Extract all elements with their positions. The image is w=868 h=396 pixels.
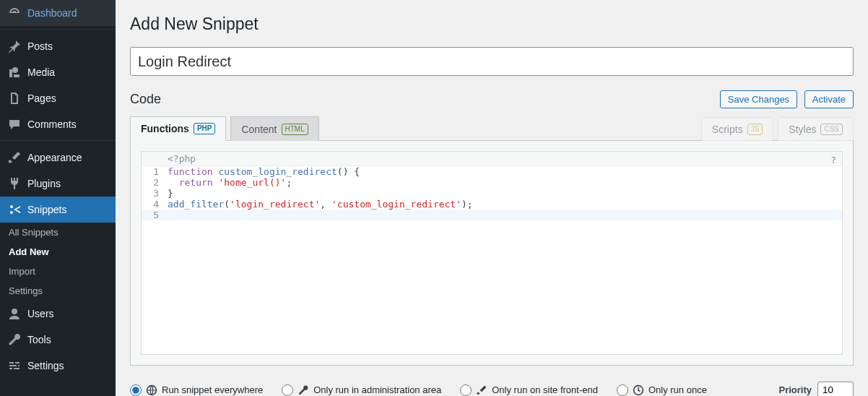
- main-content: Add New Snippet Code Save Changes Activa…: [116, 0, 868, 396]
- tab-functions[interactable]: Functions PHP: [130, 116, 226, 141]
- js-badge: JS: [747, 124, 763, 135]
- wrench-icon: [298, 384, 309, 396]
- code-line[interactable]: 3}: [142, 188, 842, 199]
- code-line[interactable]: 4add_filter('login_redirect', 'custom_lo…: [142, 199, 842, 210]
- header-actions: Save Changes Activate: [716, 90, 854, 108]
- sidebar-item-settings[interactable]: Settings: [0, 353, 116, 379]
- scope-admin[interactable]: Only run in administration area: [282, 384, 441, 396]
- code-section-title: Code: [130, 92, 161, 107]
- sidebar-label: Plugins: [27, 178, 61, 189]
- admin-sidebar: Dashboard Posts Media Pages Comments App…: [0, 0, 116, 396]
- code-line[interactable]: 5: [142, 210, 842, 220]
- sidebar-label: Dashboard: [27, 7, 77, 19]
- submenu-add-new[interactable]: Add New: [0, 242, 116, 262]
- line-number: 4: [142, 199, 163, 210]
- clock-icon: [633, 384, 644, 396]
- sidebar-item-plugins[interactable]: Plugins: [0, 171, 116, 197]
- comments-icon: [7, 117, 22, 132]
- code-line[interactable]: 1function custom_login_redirect() {: [142, 166, 842, 177]
- sidebar-item-pages[interactable]: Pages: [0, 85, 116, 111]
- snippet-title-input[interactable]: [130, 47, 854, 76]
- scope-once[interactable]: Only run once: [617, 384, 707, 396]
- submenu-all-snippets[interactable]: All Snippets: [0, 223, 116, 242]
- save-changes-button[interactable]: Save Changes: [720, 90, 797, 108]
- line-number: 1: [142, 166, 163, 177]
- page-title: Add New Snippet: [130, 14, 854, 34]
- sidebar-label: Snippets: [27, 204, 66, 215]
- sidebar-label: Appearance: [27, 152, 82, 163]
- tab-scripts[interactable]: Scripts JS: [701, 117, 773, 141]
- editor-panel: <?php ? 1function custom_login_redirect(…: [130, 140, 854, 366]
- sidebar-item-media[interactable]: Media: [0, 59, 116, 85]
- pages-icon: [7, 91, 22, 106]
- sidebar-item-posts[interactable]: Posts: [0, 33, 116, 59]
- code-line[interactable]: 2 return 'home_url()';: [142, 177, 842, 188]
- priority-field: Priority: [778, 382, 854, 396]
- dashboard-icon: [7, 6, 22, 20]
- scissors-icon: [7, 202, 22, 217]
- tab-styles[interactable]: Styles CSS: [778, 117, 854, 141]
- scope-row: Run snippet everywhere Only run in admin…: [130, 376, 854, 396]
- editor-help-icon[interactable]: ?: [830, 155, 836, 165]
- brush-icon: [7, 150, 22, 165]
- code-text[interactable]: add_filter('login_redirect', 'custom_log…: [163, 199, 473, 210]
- sidebar-separator: [0, 137, 116, 141]
- code-text[interactable]: [163, 210, 168, 220]
- code-header: Code Save Changes Activate: [130, 90, 854, 108]
- submenu-settings[interactable]: Settings: [0, 281, 116, 301]
- priority-label: Priority: [778, 384, 812, 395]
- sidebar-label: Users: [27, 308, 54, 319]
- editor-tabs: Functions PHP Content HTML Scripts JS St…: [130, 116, 854, 140]
- wrench-icon: [7, 332, 22, 347]
- line-number: 2: [142, 177, 163, 188]
- sliders-icon: [7, 358, 22, 373]
- globe-icon: [146, 384, 157, 396]
- pin-icon: [7, 39, 22, 53]
- code-text[interactable]: return 'home_url()';: [163, 177, 292, 188]
- sidebar-label: Comments: [27, 119, 77, 130]
- activate-button[interactable]: Activate: [804, 90, 854, 108]
- sidebar-item-comments[interactable]: Comments: [0, 111, 116, 137]
- sidebar-label: Settings: [27, 360, 64, 371]
- code-text[interactable]: }: [163, 188, 173, 199]
- sidebar-item-dashboard[interactable]: Dashboard: [0, 0, 116, 26]
- sidebar-separator: [0, 26, 116, 30]
- css-badge: CSS: [820, 124, 843, 135]
- code-editor[interactable]: <?php ? 1function custom_login_redirect(…: [141, 151, 843, 355]
- sidebar-item-snippets[interactable]: Snippets: [0, 197, 116, 223]
- sidebar-label: Posts: [27, 40, 53, 52]
- line-number: 5: [142, 210, 163, 220]
- sidebar-item-appearance[interactable]: Appearance: [0, 145, 116, 171]
- php-open-tag: <?php: [142, 152, 842, 166]
- priority-input[interactable]: [817, 382, 854, 396]
- sidebar-label: Pages: [27, 92, 56, 104]
- sidebar-label: Media: [27, 66, 55, 78]
- sidebar-item-tools[interactable]: Tools: [0, 327, 116, 353]
- sidebar-label: Tools: [27, 334, 51, 345]
- user-icon: [7, 306, 22, 321]
- code-text[interactable]: function custom_login_redirect() {: [163, 166, 360, 177]
- sidebar-item-users[interactable]: Users: [0, 301, 116, 327]
- scope-frontend[interactable]: Only run on site front-end: [460, 384, 598, 396]
- tab-content[interactable]: Content HTML: [230, 116, 318, 141]
- plug-icon: [7, 176, 22, 191]
- line-number: 3: [142, 188, 163, 199]
- active-arrow-icon: [116, 204, 121, 215]
- scope-everywhere[interactable]: Run snippet everywhere: [130, 384, 263, 396]
- media-icon: [7, 65, 22, 79]
- php-badge: PHP: [194, 123, 216, 134]
- html-badge: HTML: [282, 124, 308, 135]
- brush-icon: [476, 384, 487, 396]
- submenu-import[interactable]: Import: [0, 262, 116, 281]
